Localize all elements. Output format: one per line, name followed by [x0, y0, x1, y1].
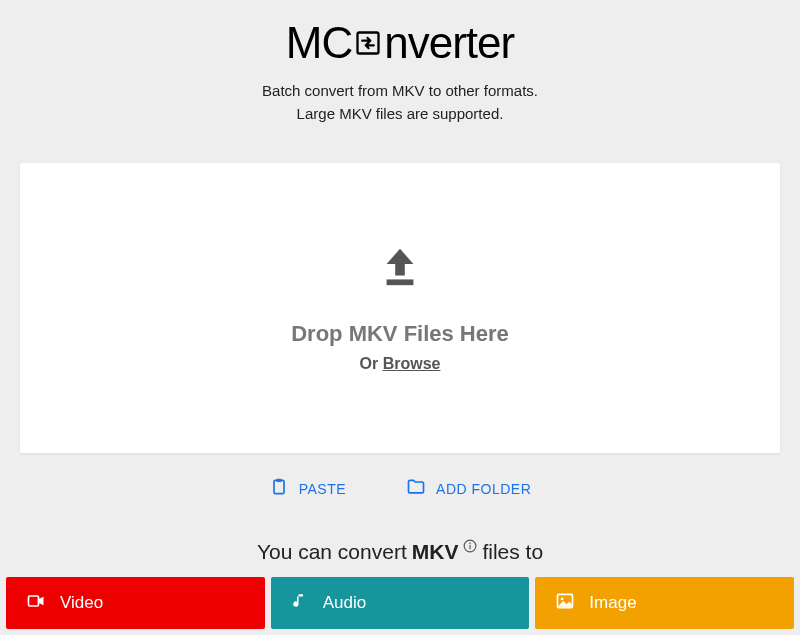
convert-heading: You can convert MKV files to: [257, 540, 543, 564]
logo-text-pre: MC: [286, 18, 352, 68]
format-video-label: Video: [60, 593, 103, 613]
convert-format: MKV: [412, 540, 459, 564]
action-row: PASTE ADD FOLDER: [261, 471, 540, 506]
format-audio-button[interactable]: Audio: [271, 577, 530, 629]
format-audio-label: Audio: [323, 593, 366, 613]
format-strip: Video Audio Image: [0, 577, 800, 635]
svg-rect-2: [274, 480, 284, 493]
svg-point-9: [561, 597, 564, 600]
svg-point-5: [470, 543, 472, 545]
svg-rect-1: [387, 279, 414, 285]
or-text: Or: [360, 355, 383, 372]
logo: MC nverter: [286, 18, 514, 68]
video-icon: [26, 591, 46, 616]
paste-button[interactable]: PASTE: [261, 471, 354, 506]
svg-rect-6: [470, 545, 471, 549]
subtitle-line-2: Large MKV files are supported.: [262, 103, 538, 126]
dropzone[interactable]: Drop MKV Files Here Or Browse: [20, 163, 780, 453]
logo-text-post: nverter: [384, 18, 514, 68]
clipboard-icon: [269, 477, 289, 500]
music-icon: [291, 592, 309, 615]
upload-icon: [377, 243, 423, 293]
drop-heading: Drop MKV Files Here: [291, 321, 509, 347]
add-folder-label: ADD FOLDER: [436, 481, 531, 497]
format-image-button[interactable]: Image: [535, 577, 794, 629]
browse-line: Or Browse: [360, 355, 441, 373]
swap-icon: [354, 29, 382, 57]
folder-icon: [406, 477, 426, 500]
subtitle-line-1: Batch convert from MKV to other formats.: [262, 80, 538, 103]
subtitle: Batch convert from MKV to other formats.…: [262, 80, 538, 125]
info-icon[interactable]: [463, 539, 477, 553]
add-folder-button[interactable]: ADD FOLDER: [398, 471, 539, 506]
convert-post: files to: [482, 540, 543, 564]
svg-rect-7: [29, 596, 39, 606]
format-video-button[interactable]: Video: [6, 577, 265, 629]
svg-rect-3: [276, 479, 281, 482]
browse-link[interactable]: Browse: [383, 355, 441, 372]
format-image-label: Image: [589, 593, 636, 613]
paste-label: PASTE: [299, 481, 346, 497]
convert-pre: You can convert: [257, 540, 407, 564]
image-icon: [555, 591, 575, 616]
